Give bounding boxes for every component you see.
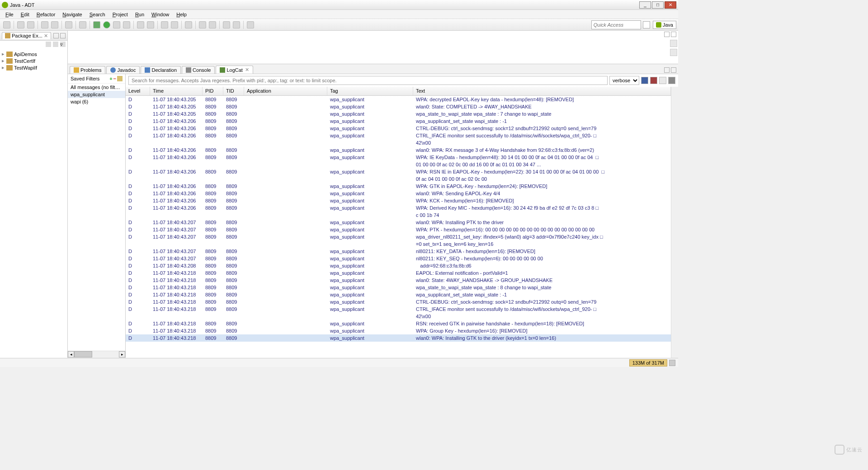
new-class-button[interactable]: [147, 21, 154, 28]
log-row[interactable]: D11-07 18:40:43.20588098809wpa_supplican…: [126, 110, 671, 118]
close-icon[interactable]: ✕: [44, 33, 48, 39]
project-testcertif[interactable]: ▸TestCertIf: [2, 57, 66, 64]
log-row[interactable]: D11-07 18:40:43.20788098809wpa_supplican…: [126, 226, 671, 233]
save-all-button[interactable]: [27, 21, 34, 28]
log-level-select[interactable]: verbose: [609, 76, 639, 85]
quick-access-input[interactable]: [591, 20, 641, 29]
next-annotation-button[interactable]: [209, 21, 216, 28]
log-row[interactable]: c 00 1b 74: [126, 212, 671, 219]
link-with-editor-button[interactable]: [53, 42, 58, 47]
log-row[interactable]: D11-07 18:40:43.21888098809wpa_supplican…: [126, 306, 671, 313]
minimize-button[interactable]: _: [639, 1, 651, 9]
vertical-scrollbar[interactable]: [671, 87, 678, 358]
maximize-view-button[interactable]: [671, 67, 676, 73]
tab-declaration[interactable]: Declaration: [141, 66, 181, 74]
project-apidemos[interactable]: ▸ApiDemos: [2, 51, 66, 57]
log-row[interactable]: 01 00 00 0f ac 02 0c 00 dd 16 00 0f ac 0…: [126, 161, 671, 168]
log-row[interactable]: D11-07 18:40:43.21888098809wpa_supplican…: [126, 269, 671, 277]
filter-item[interactable]: wpa_supplicant: [68, 91, 125, 98]
log-row[interactable]: D11-07 18:40:43.20688098809wpa_supplican…: [126, 118, 671, 125]
menu-file[interactable]: File: [2, 11, 17, 18]
minimize-editor-button[interactable]: [664, 32, 670, 37]
log-row[interactable]: D11-07 18:40:43.20688098809wpa_supplican…: [126, 183, 671, 190]
collapse-all-button[interactable]: [46, 42, 51, 47]
skip-breakpoints-button[interactable]: [79, 21, 86, 28]
tab-logcat[interactable]: LogCat✕: [216, 66, 253, 74]
log-row[interactable]: D11-07 18:40:43.21888098809wpa_supplican…: [126, 327, 671, 334]
pin-editor-button[interactable]: [247, 21, 254, 28]
prev-annotation-button[interactable]: [199, 21, 206, 28]
log-row[interactable]: D11-07 18:40:43.20688098809wpa_supplican…: [126, 132, 671, 139]
maximize-button[interactable]: □: [652, 1, 664, 9]
log-row[interactable]: D11-07 18:40:43.20788098809wpa_supplican…: [126, 255, 671, 262]
log-row[interactable]: D11-07 18:40:43.21888098809wpa_supplican…: [126, 277, 671, 284]
menu-edit[interactable]: Edit: [17, 11, 33, 18]
log-row[interactable]: D11-07 18:40:43.20688098809wpa_supplican…: [126, 146, 671, 154]
log-row[interactable]: D11-07 18:40:43.20788098809wpa_supplican…: [126, 219, 671, 226]
log-row[interactable]: D11-07 18:40:43.20688098809wpa_supplican…: [126, 190, 671, 197]
column-header[interactable]: PID: [203, 87, 223, 95]
run-last-button[interactable]: [113, 21, 120, 28]
save-log-button[interactable]: [641, 77, 648, 84]
new-button[interactable]: [3, 21, 10, 28]
close-button[interactable]: ✕: [665, 1, 676, 9]
lint-button[interactable]: [65, 21, 72, 28]
debug-button[interactable]: [93, 21, 100, 28]
sdk-manager-button[interactable]: [41, 21, 48, 28]
project-testwapiif[interactable]: ▸TestWapiIf: [2, 64, 66, 71]
back-button[interactable]: [223, 21, 230, 28]
forward-button[interactable]: [233, 21, 240, 28]
gc-button[interactable]: [669, 360, 675, 366]
menu-help[interactable]: Help: [173, 11, 190, 18]
column-header[interactable]: TID: [223, 87, 244, 95]
remove-filter-button[interactable]: −: [113, 76, 116, 81]
add-filter-button[interactable]: +: [109, 76, 112, 81]
log-row[interactable]: D11-07 18:40:43.20888098809wpa_supplican…: [126, 262, 671, 269]
avd-manager-button[interactable]: [51, 21, 58, 28]
view-menu-button[interactable]: ▿: [60, 42, 66, 47]
perspective-java[interactable]: Java: [653, 21, 676, 29]
log-row[interactable]: D11-07 18:40:43.21888098809wpa_supplican…: [126, 284, 671, 291]
menu-navigate[interactable]: Navigate: [59, 11, 85, 18]
log-row[interactable]: D11-07 18:40:43.20588098809wpa_supplican…: [126, 103, 671, 110]
project-tree[interactable]: ▸ApiDemos▸TestCertIf▸TestWapiIf: [0, 49, 67, 73]
logcat-search-input[interactable]: [128, 76, 608, 85]
display-filters-button[interactable]: [659, 77, 666, 84]
minimize-view-button[interactable]: [664, 67, 670, 73]
search-button[interactable]: [171, 21, 178, 28]
menu-project[interactable]: Project: [109, 11, 132, 18]
scroll-lock-button[interactable]: [668, 77, 675, 84]
edit-filter-button[interactable]: [117, 76, 123, 81]
log-row[interactable]: 42\x00: [126, 139, 671, 146]
external-tools-button[interactable]: [123, 21, 130, 28]
tab-problems[interactable]: Problems: [70, 66, 105, 74]
filter-scrollbar[interactable]: ◂▸: [68, 351, 125, 358]
outline-sidebar-icon[interactable]: [670, 40, 677, 47]
log-row[interactable]: D11-07 18:40:43.20788098809wpa_supplican…: [126, 233, 671, 240]
open-perspective-button[interactable]: [643, 21, 650, 28]
log-row[interactable]: D11-07 18:40:43.21888098809wpa_supplican…: [126, 320, 671, 327]
close-tab-icon[interactable]: ✕: [245, 67, 249, 73]
log-row[interactable]: D11-07 18:40:43.20688098809wpa_supplican…: [126, 168, 671, 175]
column-header[interactable]: Time: [150, 87, 203, 95]
menu-refactor[interactable]: Refactor: [33, 11, 59, 18]
minimize-view-button[interactable]: [53, 33, 59, 38]
log-row[interactable]: D11-07 18:40:43.20688098809wpa_supplican…: [126, 204, 671, 212]
column-header[interactable]: Text: [413, 87, 671, 95]
column-header[interactable]: Application: [244, 87, 327, 95]
heap-status[interactable]: 133M of 317M: [629, 359, 667, 367]
task-list-sidebar-icon[interactable]: [670, 49, 677, 56]
maximize-view-button[interactable]: [60, 33, 66, 38]
menu-search[interactable]: Search: [86, 11, 109, 18]
run-button[interactable]: [103, 21, 110, 28]
new-package-button[interactable]: [137, 21, 144, 28]
tab-javadoc[interactable]: Javadoc: [106, 66, 140, 74]
log-row[interactable]: 0f ac 04 01 00 00 0f ac 02 0c 00: [126, 175, 671, 183]
log-row[interactable]: D11-07 18:40:43.20688098809wpa_supplican…: [126, 154, 671, 161]
filter-item[interactable]: wapi (6): [68, 98, 125, 105]
menu-run[interactable]: Run: [132, 11, 148, 18]
log-row[interactable]: D11-07 18:40:43.21888098809wpa_supplican…: [126, 291, 671, 298]
open-type-button[interactable]: [161, 21, 168, 28]
column-header[interactable]: Tag: [327, 87, 413, 95]
clear-log-button[interactable]: [650, 77, 657, 84]
